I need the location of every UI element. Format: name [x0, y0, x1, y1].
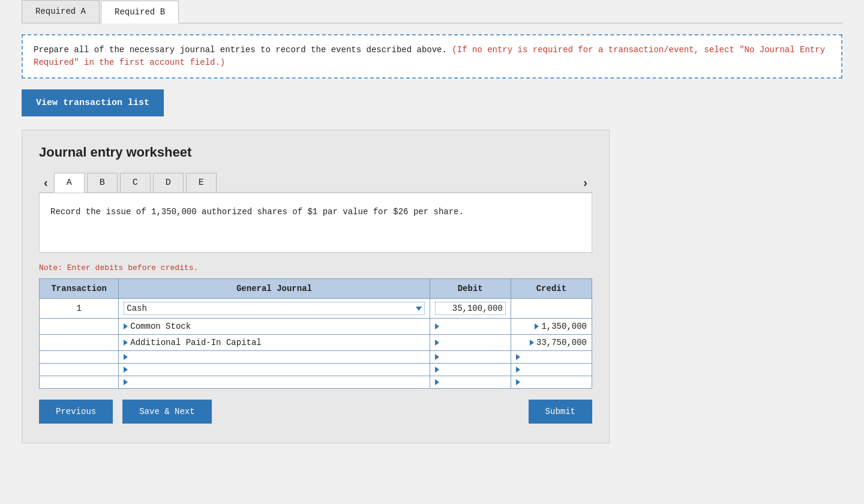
submit-button[interactable]: Submit [529, 400, 592, 424]
debit-input-cash[interactable]: 35,100,000 [435, 302, 506, 315]
journal-table: Transaction General Journal Debit Credit… [39, 278, 592, 389]
credit-arrow-icon-apic [530, 340, 534, 346]
account-apic: Additional Paid-In Capital [124, 338, 424, 347]
credit-cell-cash[interactable] [511, 299, 592, 319]
nav-tab-b[interactable]: B [87, 173, 118, 192]
credit-arrow-icon-cs [535, 323, 539, 329]
general-journal-cell-4[interactable] [119, 351, 430, 364]
account-dropdown-cash[interactable]: Cash [124, 302, 424, 315]
table-row: Additional Paid-In Capital 33,750,000 [40, 335, 592, 351]
right-arrow-icon-apic [124, 340, 128, 346]
nav-tab-a[interactable]: A [54, 173, 85, 193]
credit-amount-common-stock: 1,350,000 [541, 322, 587, 331]
right-arrow-icon-4 [124, 354, 128, 360]
worksheet-nav: ‹ A B C D E › [39, 172, 592, 193]
credit-arrow-6 [516, 379, 520, 385]
general-journal-cell-common-stock[interactable]: Common Stock [119, 319, 430, 335]
credit-arrow-4 [516, 354, 520, 360]
col-header-transaction: Transaction [40, 279, 119, 299]
right-arrow-icon [124, 323, 128, 329]
debit-arrow-icon-apic [435, 340, 439, 346]
debit-cell-6[interactable] [430, 376, 511, 389]
note-text: Note: Enter debits before credits. [39, 263, 592, 272]
account-label-common-stock: Common Stock [130, 322, 191, 331]
instruction-box: Prepare all of the necessary journal ent… [22, 34, 842, 79]
nav-tab-c[interactable]: C [120, 173, 151, 192]
account-label-cash: Cash [127, 304, 413, 313]
general-journal-cell-6[interactable] [119, 376, 430, 389]
debit-cell-apic[interactable] [430, 335, 511, 351]
general-journal-cell[interactable]: Cash [119, 299, 430, 319]
debit-arrow-icon [435, 323, 439, 329]
transaction-num-6 [40, 376, 119, 389]
debit-amount-cash: 35,100,000 [452, 304, 503, 313]
instruction-main-text: Prepare all of the necessary journal ent… [34, 45, 447, 55]
save-next-button[interactable]: Save & Next [122, 400, 211, 424]
table-row: Common Stock 1,350,000 [40, 319, 592, 335]
credit-cell-6[interactable] [511, 376, 592, 389]
transaction-num-2 [40, 319, 119, 335]
credit-cell-4[interactable] [511, 351, 592, 364]
col-header-credit: Credit [511, 279, 592, 299]
debit-arrow-4 [435, 354, 439, 360]
general-journal-cell-5[interactable] [119, 364, 430, 376]
table-row [40, 351, 592, 364]
credit-value-apic[interactable]: 33,750,000 [511, 335, 592, 351]
debit-cell-4[interactable] [430, 351, 511, 364]
tab-required-b[interactable]: Required B [101, 1, 179, 23]
col-header-general-journal: General Journal [119, 279, 430, 299]
nav-tab-e[interactable]: E [186, 173, 217, 192]
dropdown-arrow-icon [416, 307, 422, 311]
table-row: 1 Cash 35,100,000 [40, 299, 592, 319]
col-header-debit: Debit [430, 279, 511, 299]
bottom-button-row: Previous Save & Next Submit [39, 400, 592, 424]
required-tabs: Required A Required B [22, 0, 842, 23]
nav-prev-arrow[interactable]: ‹ [39, 173, 53, 192]
view-transaction-list-button[interactable]: View transaction list [22, 89, 164, 116]
transaction-num-4 [40, 351, 119, 364]
worksheet-title: Journal entry worksheet [39, 145, 592, 160]
nav-tab-d[interactable]: D [153, 173, 184, 192]
debit-arrow-6 [435, 379, 439, 385]
journal-entry-worksheet: Journal entry worksheet ‹ A B C D E › Re… [22, 130, 610, 443]
debit-cell-5[interactable] [430, 364, 511, 376]
transaction-num-5 [40, 364, 119, 376]
transaction-num-3 [40, 335, 119, 351]
table-row [40, 364, 592, 376]
account-label-apic: Additional Paid-In Capital [130, 338, 261, 347]
record-description: Record the issue of 1,350,000 authorized… [39, 193, 592, 253]
general-journal-cell-apic[interactable]: Additional Paid-In Capital [119, 335, 430, 351]
debit-cell-common-stock[interactable] [430, 319, 511, 335]
credit-amount-apic: 33,750,000 [536, 338, 587, 347]
credit-arrow-5 [516, 367, 520, 373]
credit-value-common-stock[interactable]: 1,350,000 [511, 319, 592, 335]
table-row [40, 376, 592, 389]
nav-next-arrow[interactable]: › [578, 173, 592, 192]
tab-required-a[interactable]: Required A [22, 0, 100, 23]
account-common-stock: Common Stock [124, 322, 424, 331]
transaction-num: 1 [40, 299, 119, 319]
right-arrow-icon-6 [124, 379, 128, 385]
right-arrow-icon-5 [124, 367, 128, 373]
debit-value-cash[interactable]: 35,100,000 [430, 299, 511, 319]
credit-cell-5[interactable] [511, 364, 592, 376]
previous-button[interactable]: Previous [39, 400, 113, 424]
debit-arrow-5 [435, 367, 439, 373]
